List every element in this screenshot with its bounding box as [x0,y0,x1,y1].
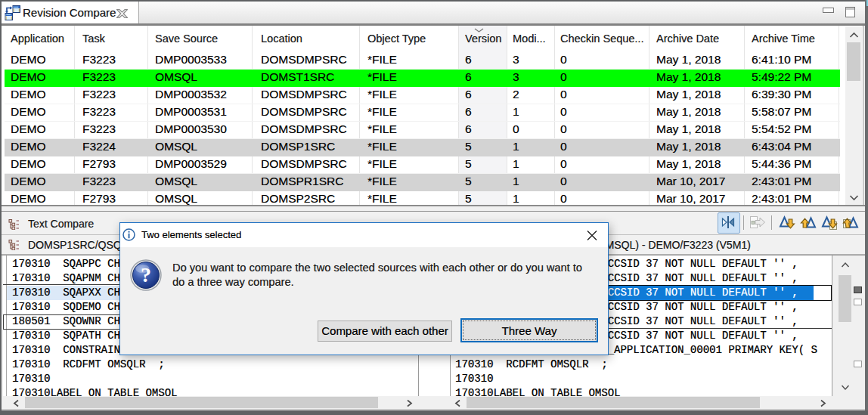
svg-text:?: ? [141,263,151,286]
